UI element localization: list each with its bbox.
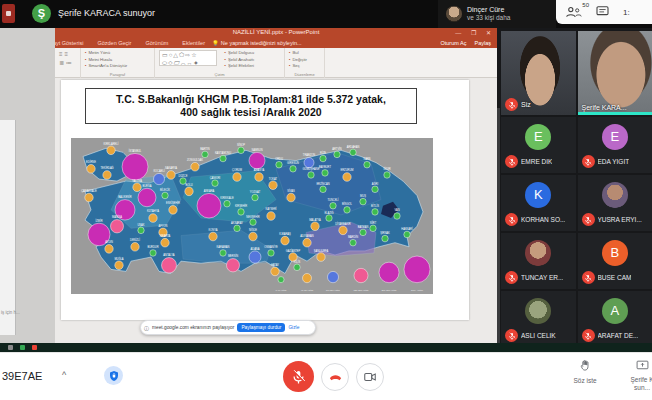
province-marker	[167, 171, 175, 180]
legend-label: 300+ yatak	[411, 289, 424, 292]
you-label: Siz	[521, 101, 531, 108]
province-marker	[238, 209, 244, 216]
taskbar-icon-3[interactable]	[32, 345, 37, 350]
presenting-button[interactable]: Şerife K sun...	[620, 359, 652, 391]
province-marker	[249, 152, 265, 168]
info-icon: ⓘ	[144, 325, 149, 331]
share-button[interactable]: Paylaş	[474, 40, 491, 46]
province-label: AKSARAY	[231, 221, 243, 225]
participant-tile[interactable]: BBUSE CAM	[578, 233, 652, 289]
province-marker	[138, 188, 156, 206]
province-label: ADANA	[251, 247, 260, 251]
window-controls[interactable]: — ❐ ✕	[455, 29, 495, 36]
hide-link[interactable]: Gizle	[288, 325, 299, 330]
tab-slide-show[interactable]: Slayt Gösterisi	[55, 40, 90, 46]
province-label: TRABZON	[303, 153, 315, 157]
participant-tile[interactable]: KKORHAN SO...	[501, 175, 576, 231]
province-marker	[105, 245, 113, 254]
province-marker	[212, 180, 218, 187]
province-label: ÇORUM	[232, 168, 242, 172]
province-label: BURSA	[143, 184, 152, 188]
province-marker	[269, 181, 277, 190]
province-marker	[87, 164, 95, 173]
camera-button[interactable]	[356, 363, 384, 391]
province-marker	[191, 162, 199, 171]
shape-gallery[interactable]: ▭○△⬠⇨☆⬭◇▱⌒↔✦	[159, 50, 217, 66]
participant-initial-avatar: E	[525, 124, 551, 150]
mic-muted-icon	[505, 271, 518, 284]
province-marker	[326, 215, 332, 222]
province-marker	[394, 213, 400, 220]
province-label: KONYA	[209, 228, 218, 232]
province-marker	[320, 155, 326, 162]
people-count-badge: 50	[582, 2, 589, 8]
participant-tile[interactable]: ASLI CELIK	[501, 291, 576, 343]
province-marker	[330, 202, 336, 209]
chevron-up-icon[interactable]: ^	[62, 370, 66, 380]
raise-hand-button[interactable]: Söz iste	[562, 359, 608, 384]
slide-title-box[interactable]: T.C. S.Bakanlığı KHGM P.B.Toplam:81 ilde…	[85, 88, 417, 124]
clock-text: 1:	[623, 8, 630, 17]
participant-name-label: EDA YIGIT	[598, 158, 630, 165]
mic-mute-button[interactable]	[283, 361, 314, 392]
taskbar-icon-1[interactable]	[8, 345, 13, 350]
browser-extension-icon[interactable]	[2, 4, 15, 23]
signin-button[interactable]: Oturum Aç	[441, 40, 467, 46]
tab-addins[interactable]: Eklentiler	[175, 40, 212, 46]
ribbon-command[interactable]: SmartArt'a Dönüştür	[85, 63, 150, 70]
province-label: GÜMÜŞHANE	[303, 167, 320, 171]
participant-name-label: ARAFAT DE...	[598, 332, 639, 339]
province-marker	[154, 173, 165, 184]
legend-label: 121-200 yatak	[353, 289, 369, 292]
ribbon-command[interactable]: Şekil Dolgusu	[224, 50, 254, 57]
people-icon[interactable]: 50	[566, 6, 582, 18]
meeting-code: 39E7AE	[2, 370, 42, 382]
province-marker	[287, 193, 295, 202]
province-label: BATMAN	[358, 225, 369, 229]
slide-canvas[interactable]: T.C. S.Bakanlığı KHGM P.B.Toplam:81 ilde…	[61, 80, 469, 320]
sidebar-scrollbar[interactable]	[497, 108, 500, 343]
participant-tile[interactable]: YUSRA ERYI...	[578, 175, 652, 231]
participant-tile[interactable]: EEMRE DIK	[501, 117, 576, 173]
province-marker	[185, 187, 193, 196]
leave-call-button[interactable]	[321, 363, 349, 391]
province-marker	[317, 253, 325, 262]
participants-pill[interactable]: Dinçer Cüre ve 33 kişi daha	[438, 0, 556, 28]
mic-muted-icon	[582, 271, 595, 284]
province-marker	[209, 232, 217, 241]
province-marker	[311, 222, 319, 231]
turkey-bed-capacity-map: EDİRNEKIRKLARELİTEKİRDAĞİSTANBULKOCAELİY…	[71, 138, 433, 294]
taskbar-icon-2[interactable]	[20, 345, 25, 350]
participant-tile[interactable]: TUNCAY ER...	[501, 233, 576, 289]
tellme-box[interactable]: Ne yapmak istediğinizi söyleyin...	[221, 40, 302, 46]
province-marker	[276, 161, 282, 168]
province-marker	[404, 231, 410, 238]
province-marker	[294, 264, 300, 271]
province-marker	[107, 146, 115, 155]
province-label: AMASYA	[254, 168, 265, 172]
lightbulb-icon: 💡	[212, 40, 219, 46]
powerpoint-titlebar[interactable]: NAZİLLİ YENİ.pptx - PowerPoint — ❐ ✕	[55, 28, 497, 38]
participant-tile[interactable]: AARAFAT DE...	[578, 291, 652, 343]
tab-view[interactable]: Görünüm	[138, 40, 175, 46]
background-text-fragment: iş için h...	[1, 310, 53, 315]
video-tile-speaker[interactable]: Şerife KARA...	[578, 31, 652, 115]
ribbon-command[interactable]: Şekil Efektleri	[224, 63, 254, 70]
participant-name-label: TUNCAY ER...	[521, 274, 563, 281]
participant-initial-avatar: A	[602, 298, 628, 324]
province-marker	[290, 166, 296, 173]
participant-tile[interactable]: EEDA YIGIT	[578, 117, 652, 173]
security-shield-icon[interactable]	[104, 366, 123, 385]
taskbar-strip	[0, 343, 652, 352]
province-marker	[343, 173, 351, 182]
ribbon-command[interactable]: Seç	[289, 63, 320, 70]
province-marker	[339, 226, 347, 235]
province-marker	[169, 206, 177, 215]
ribbon-group-paragraph: Metin YönüMetni HizalaSmartArt'a Dönüştü…	[81, 48, 155, 78]
stop-sharing-button[interactable]: Paylaşmayı durdur	[237, 323, 285, 332]
province-marker	[322, 170, 328, 177]
video-tile-you[interactable]: Siz	[501, 31, 576, 115]
chat-icon[interactable]	[596, 3, 609, 21]
tab-review[interactable]: Gözden Geçir	[90, 40, 138, 46]
province-marker	[350, 239, 356, 246]
